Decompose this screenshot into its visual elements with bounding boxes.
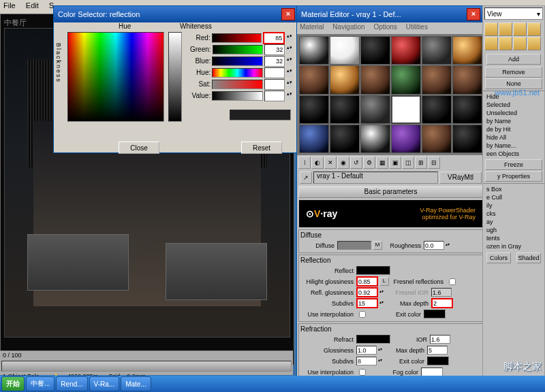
material-slot[interactable] [422, 125, 452, 153]
rollout-basic-params[interactable]: Basic parameters [298, 186, 483, 198]
refr-gloss-input[interactable] [356, 346, 377, 355]
material-slot[interactable] [452, 65, 482, 94]
refract-swatch[interactable] [356, 335, 390, 344]
refr-max-depth-input[interactable] [427, 346, 448, 355]
diffuse-swatch[interactable] [337, 241, 371, 250]
spinner-icon[interactable]: ▴▾ [286, 92, 292, 100]
menu-file[interactable]: File [3, 1, 16, 10]
rp-item[interactable]: by Name... [485, 142, 542, 150]
material-slot[interactable] [452, 36, 482, 65]
rp-prop-item[interactable]: ugh [485, 226, 542, 234]
refl-gloss-input[interactable] [356, 287, 378, 297]
tool-icon[interactable]: ▣ [389, 157, 401, 169]
use-interp-checkbox[interactable] [359, 311, 366, 318]
close-icon[interactable]: × [467, 8, 480, 20]
material-slot[interactable] [330, 95, 360, 124]
rp-prop-item[interactable]: e Cull [485, 193, 542, 201]
material-slot[interactable] [452, 125, 482, 153]
taskbar-item[interactable]: Mate... [121, 376, 151, 391]
me-menu-options[interactable]: Options [373, 23, 396, 31]
material-slot[interactable] [422, 36, 452, 65]
panel-icon[interactable] [527, 37, 541, 50]
tool-icon[interactable]: ↺ [350, 157, 362, 169]
cs-value-slider[interactable] [212, 91, 263, 101]
spinner-icon[interactable]: ▴▾ [378, 346, 384, 354]
fresnel-checkbox[interactable] [449, 278, 456, 285]
cs-red-input[interactable] [263, 32, 285, 44]
material-slot[interactable] [391, 36, 421, 65]
diffuse-map-button[interactable]: M [373, 241, 382, 250]
rp-item[interactable]: de by Hit [485, 125, 542, 133]
tool-icon[interactable]: ⊟ [428, 157, 440, 169]
spinner-icon[interactable]: ▴▾ [378, 357, 384, 365]
rp-item[interactable]: Unselected [485, 109, 542, 117]
rp-prop-item[interactable]: ily [485, 201, 542, 210]
spinner-icon[interactable]: ▴▾ [286, 46, 292, 54]
material-slot[interactable] [422, 95, 452, 124]
taskbar-item[interactable]: V-Ra... [89, 376, 120, 391]
colors-button[interactable]: Colors [486, 252, 511, 263]
cs-red-slider[interactable] [212, 33, 262, 43]
tool-icon[interactable]: ◫ [402, 157, 414, 169]
cs-blue-input[interactable] [264, 56, 285, 67]
spinner-icon[interactable]: ▴▾ [446, 242, 451, 249]
rp-prop-item[interactable]: tents [485, 234, 542, 242]
hilight-gloss-input[interactable] [356, 276, 378, 287]
subdivs-input[interactable] [356, 298, 378, 308]
cs-reset-button[interactable]: Reset [241, 142, 282, 154]
material-slot[interactable] [360, 36, 390, 65]
fresnel-ior-input[interactable] [431, 288, 452, 297]
hilight-l-button[interactable]: L [379, 277, 389, 286]
tool-icon[interactable]: ⊞ [415, 157, 427, 169]
ior-input[interactable] [430, 335, 450, 344]
material-slot[interactable] [360, 65, 390, 94]
spinner-icon[interactable]: ▴▾ [286, 34, 292, 42]
material-slot[interactable] [452, 95, 482, 124]
cs-green-input[interactable] [264, 44, 285, 55]
rp-item[interactable]: by Name [485, 117, 542, 125]
rp-prop-item[interactable]: ozen in Gray [485, 242, 542, 250]
add-button[interactable]: Add [486, 54, 541, 65]
cs-close-button[interactable]: Close [119, 142, 159, 154]
material-slot[interactable] [330, 125, 360, 153]
panel-icon[interactable] [527, 22, 541, 36]
spinner-icon[interactable]: ▴▾ [286, 69, 292, 77]
tool-icon[interactable]: ⚙ [363, 157, 375, 169]
menu-edit[interactable]: Edit [26, 1, 39, 10]
rp-prop-item[interactable]: s Box [485, 185, 542, 193]
taskbar-item[interactable]: Rend... [56, 376, 87, 391]
shaded-button[interactable]: Shaded [516, 252, 541, 263]
taskbar-item[interactable]: 中餐... [26, 376, 54, 391]
material-slot[interactable] [299, 125, 329, 153]
cs-whiteness-strip[interactable] [168, 32, 182, 122]
rp-prop-item[interactable]: cks [485, 210, 542, 218]
material-slot[interactable] [299, 36, 329, 65]
timeline-track[interactable] [1, 361, 292, 372]
spinner-icon[interactable]: ▴▾ [379, 299, 385, 307]
tool-icon[interactable]: ✕ [324, 157, 337, 169]
panel-icon[interactable] [484, 22, 498, 36]
none-button[interactable]: None [485, 78, 542, 89]
refr-use-interp-checkbox[interactable] [359, 369, 366, 376]
material-type-button[interactable]: VRayMtl [439, 172, 482, 184]
freeze-rollout[interactable]: Freeze [485, 159, 542, 170]
tool-icon[interactable]: ◉ [337, 157, 349, 169]
spinner-icon[interactable]: ▴▾ [286, 80, 292, 88]
roughness-input[interactable] [424, 241, 444, 250]
cs-hue-picker[interactable] [67, 32, 164, 122]
panel-icon[interactable] [484, 37, 498, 50]
cs-sat-slider[interactable] [212, 80, 263, 89]
cs-sat-input[interactable] [264, 79, 285, 90]
material-name-input[interactable]: vray 1 - Default [313, 172, 438, 184]
max-depth-input[interactable] [431, 298, 453, 308]
rp-prop-item[interactable]: ay [485, 218, 542, 226]
close-icon[interactable]: × [281, 8, 295, 20]
cs-value-input[interactable] [264, 91, 285, 101]
panel-icon[interactable] [513, 37, 527, 50]
cs-hue-slider[interactable] [212, 68, 263, 78]
spinner-icon[interactable]: ▴▾ [379, 289, 385, 296]
panel-icon[interactable] [513, 22, 527, 36]
rp-item[interactable]: Selected [485, 101, 542, 109]
material-slot[interactable] [330, 65, 360, 94]
material-slot[interactable] [360, 125, 390, 153]
